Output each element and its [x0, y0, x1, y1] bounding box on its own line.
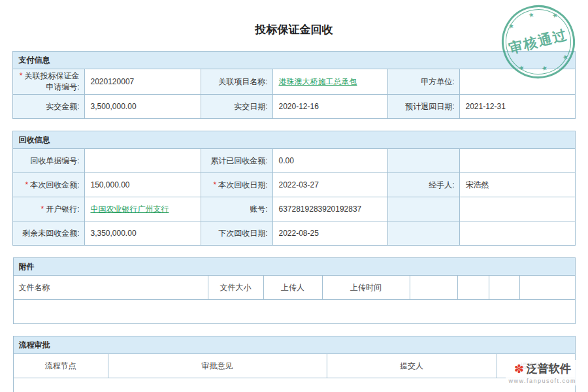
label-account: 账号: [201, 197, 273, 221]
column-header-empty [457, 276, 489, 300]
value-next-date: 2022-08-25 [273, 221, 388, 246]
column-header-empty [410, 276, 457, 300]
label-handler: 经手人: [388, 173, 460, 197]
label-text: 本次回收日期: [218, 180, 267, 189]
empty-label-cell [388, 221, 460, 246]
value-apply-no: 2020120007 [85, 69, 201, 95]
table-row: 实交金额: 3,500,000.00 实交日期: 2020-12-16 预计退回… [13, 95, 575, 119]
label-paid-amount: 实交金额: [13, 95, 85, 119]
table-row: 回收单据编号: 累计已回收金额: 0.00 [13, 149, 575, 173]
value-expected-return-date: 2021-12-31 [460, 95, 575, 119]
value-remaining: 3,350,000.00 [85, 221, 201, 246]
bank-link[interactable]: 中国农业银行广州支行 [90, 204, 169, 214]
label-bank: *开户银行: [13, 197, 85, 221]
payment-section-title: 支付信息 [13, 52, 575, 69]
table-row: *本次回收金额: 150,000.00 *本次回收日期: 2022-03-27 … [13, 173, 575, 197]
column-header-empty [489, 276, 519, 300]
brand-website: www.fanpusoft.com [508, 378, 576, 384]
value-paid-date: 2020-12-16 [273, 95, 388, 119]
attachments-header-row: 文件名称 文件大小 上传人 上传时间 [13, 276, 575, 300]
recovery-section-title: 回收信息 [13, 131, 575, 149]
value-current-amount: 150,000.00 [85, 173, 201, 197]
table-row: *关联投标保证金申请编号: 2020120007 关联项目名称: 港珠澳大桥施工… [13, 69, 575, 95]
table-row: 剩余未回收金额: 3,350,000.00 下次回收日期: 2022-08-25 [13, 221, 575, 246]
column-header-file-size: 文件大小 [208, 276, 263, 300]
label-text: 本次回收金额: [30, 180, 79, 189]
approval-empty-row [13, 378, 575, 392]
value-bank: 中国农业银行广州支行 [85, 197, 201, 221]
label-next-date: 下次回收日期: [201, 221, 273, 246]
page-title: 投标保证金回收 [0, 0, 588, 37]
value-current-date: 2022-03-27 [273, 173, 388, 197]
label-paid-date: 实交日期: [201, 95, 273, 119]
label-current-amount: *本次回收金额: [13, 173, 85, 197]
required-marker: * [25, 180, 28, 189]
empty-value-cell [460, 149, 575, 173]
label-total-recovered: 累计已回收金额: [201, 149, 273, 173]
approval-flow-table: 流程审批 流程节点 审批意见 提交人 提交时间 [13, 336, 576, 392]
label-owner-unit: 甲方单位: [388, 69, 460, 95]
value-total-recovered: 0.00 [273, 149, 388, 173]
empty-value-cell [460, 197, 575, 221]
column-header-flow-node: 流程节点 [13, 354, 108, 378]
value-receipt-no [85, 149, 201, 173]
brand-name: 泛普软件 [527, 361, 571, 376]
fanpu-logo-icon: ✽ [514, 363, 524, 375]
approval-section-title: 流程审批 [13, 336, 575, 354]
label-project-name: 关联项目名称: [201, 69, 273, 95]
project-name-link[interactable]: 港珠澳大桥施工总承包 [278, 77, 357, 86]
required-marker: * [41, 204, 44, 214]
payment-info-table: 支付信息 *关联投标保证金申请编号: 2020120007 关联项目名称: 港珠… [12, 51, 575, 119]
label-expected-return-date: 预计退回日期: [388, 95, 460, 119]
column-header-upload-time: 上传时间 [322, 276, 410, 300]
approval-header-row: 流程节点 审批意见 提交人 提交时间 [13, 354, 575, 378]
column-header-empty [519, 276, 575, 300]
empty-value-cell [460, 221, 575, 246]
value-paid-amount: 3,500,000.00 [85, 95, 201, 119]
attachments-section-title: 附件 [13, 258, 575, 276]
required-marker: * [213, 180, 216, 189]
attachments-empty-cell [13, 300, 575, 324]
label-text: 关联投标保证金申请编号: [24, 71, 79, 91]
recovery-info-table: 回收信息 回收单据编号: 累计已回收金额: 0.00 *本次回收金额: 150,… [12, 131, 575, 246]
column-header-approval-opinion: 审批意见 [108, 354, 327, 378]
empty-label-cell [388, 197, 460, 221]
value-owner-unit [460, 69, 575, 95]
label-current-date: *本次回收日期: [201, 173, 273, 197]
attachments-empty-row [13, 300, 575, 324]
label-text: 开户银行: [46, 204, 79, 214]
empty-label-cell [388, 149, 460, 173]
label-apply-no: *关联投标保证金申请编号: [13, 69, 85, 95]
table-row: *开户银行: 中国农业银行广州支行 账号: 637281928392019283… [13, 197, 575, 221]
column-header-file-name: 文件名称 [13, 276, 208, 300]
label-remaining: 剩余未回收金额: [13, 221, 85, 246]
value-handler: 宋浩然 [460, 173, 575, 197]
column-header-uploader: 上传人 [263, 276, 322, 300]
approval-empty-cell [13, 378, 575, 392]
fanpu-logo: ✽ 泛普软件 www.fanpusoft.com [506, 360, 579, 385]
value-account: 6372819283920192837 [273, 197, 388, 221]
required-marker: * [20, 71, 23, 80]
value-project-name: 港珠澳大桥施工总承包 [273, 69, 388, 95]
attachments-table: 附件 文件名称 文件大小 上传人 上传时间 [13, 257, 576, 324]
label-receipt-no: 回收单据编号: [13, 149, 85, 173]
column-header-submitter: 提交人 [327, 354, 497, 378]
